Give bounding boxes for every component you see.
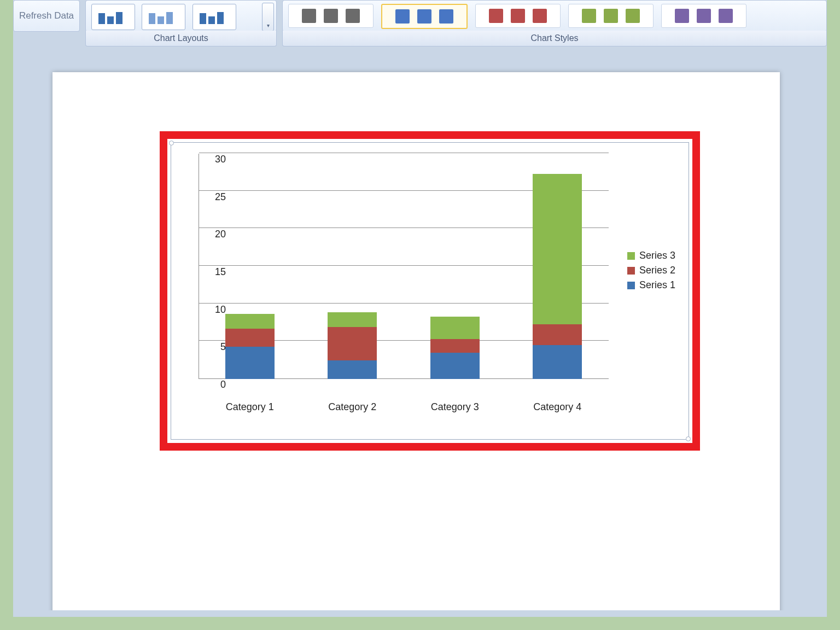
layout-thumb-3[interactable] [192, 4, 236, 30]
chart-bars [199, 154, 609, 379]
chart-style-2[interactable] [381, 4, 468, 29]
refresh-data-button[interactable]: Refresh Data [13, 0, 80, 32]
chart-legend: Series 3Series 2Series 1 [627, 247, 675, 294]
refresh-data-label: Refresh Data [19, 11, 74, 21]
chart-style-3[interactable] [475, 4, 561, 28]
y-tick-label: 20 [211, 229, 226, 240]
document-page[interactable]: Category 1Category 2Category 3Category 4… [52, 72, 780, 610]
chart-highlight-frame: Category 1Category 2Category 3Category 4… [160, 131, 700, 451]
y-tick-label: 30 [211, 154, 226, 165]
ribbon: Refresh Data ▾ Chart Layouts [13, 0, 827, 49]
chart-styles-label: Chart Styles [282, 31, 827, 46]
legend-item: Series 1 [627, 279, 675, 291]
chart-plot-area: Category 1Category 2Category 3Category 4… [199, 154, 609, 394]
bar-segment [533, 324, 582, 345]
bar-segment [430, 353, 480, 379]
layout-thumb-1[interactable] [91, 4, 135, 30]
bar-segment [225, 314, 275, 329]
legend-item: Series 2 [627, 265, 675, 276]
chart-x-labels: Category 1Category 2Category 3Category 4 [199, 381, 609, 396]
x-category-label: Category 3 [404, 401, 506, 413]
chart-layouts-group: ▾ [85, 0, 277, 32]
bar-segment [328, 360, 377, 379]
x-category-label: Category 1 [199, 401, 301, 413]
bar-segment [225, 347, 275, 379]
bar-segment [328, 312, 377, 327]
chart-object[interactable]: Category 1Category 2Category 3Category 4… [171, 142, 689, 440]
bar-segment [533, 174, 582, 324]
x-category-label: Category 2 [301, 401, 404, 413]
chart-style-4[interactable] [568, 4, 654, 28]
y-tick-label: 5 [211, 341, 226, 353]
bar-segment [328, 327, 377, 360]
y-tick-label: 25 [211, 191, 226, 202]
bar-segment [430, 317, 480, 339]
layout-thumb-2[interactable] [142, 4, 185, 30]
bar-segment [430, 339, 480, 353]
y-tick-label: 15 [211, 266, 226, 278]
chart-style-1[interactable] [288, 4, 374, 28]
chart-style-5[interactable] [661, 4, 746, 28]
document-area: Category 1Category 2Category 3Category 4… [20, 55, 820, 610]
layouts-more-dropdown[interactable]: ▾ [262, 3, 274, 31]
chart-styles-group [282, 0, 827, 32]
legend-item: Series 3 [627, 250, 675, 261]
x-category-label: Category 4 [506, 401, 609, 413]
y-tick-label: 10 [211, 304, 226, 315]
bar-segment [225, 329, 275, 347]
y-tick-label: 0 [211, 379, 226, 390]
chart-layouts-label: Chart Layouts [85, 31, 277, 46]
bar-segment [533, 345, 582, 379]
